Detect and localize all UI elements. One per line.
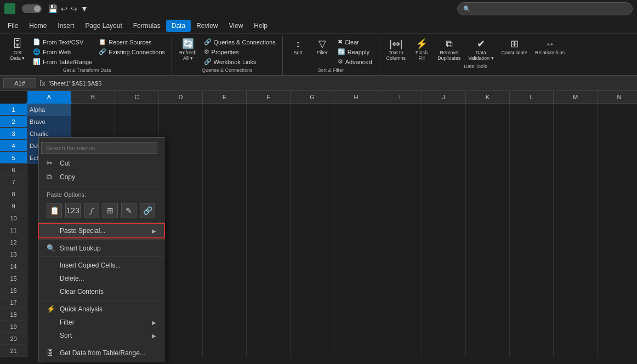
cell-6-5[interactable] [203,164,247,176]
cell-8-12[interactable] [510,188,554,200]
cell-18-7[interactable] [291,309,334,321]
cell-13-5[interactable] [203,248,247,260]
formula-input[interactable] [49,80,634,87]
cell-19-6[interactable] [247,321,291,333]
cell-17-12[interactable] [510,297,554,309]
cm-smart-lookup[interactable]: 🔍 Smart Lookup [39,241,164,255]
row-header-18[interactable]: 18 [0,309,27,320]
cell-16-9[interactable] [378,285,422,297]
cell-11-7[interactable] [291,224,334,236]
cell-12-13[interactable] [554,236,598,248]
cell-13-10[interactable] [422,248,466,260]
existing-connections-button[interactable]: 🔗 Existing Connections [96,47,167,56]
cell-2-12[interactable] [510,116,554,128]
cell-4-14[interactable] [598,140,637,152]
cell-13-12[interactable] [510,248,554,260]
cell-7-10[interactable] [422,176,466,188]
cell-7-4[interactable] [159,176,203,188]
cm-sort[interactable]: Sort ▶ [39,329,164,342]
cell-9-6[interactable] [247,200,291,212]
sort-button[interactable]: ↕ Sort [287,37,309,57]
cell-17-8[interactable] [334,297,378,309]
cell-16-8[interactable] [334,285,378,297]
cm-cut[interactable]: ✂ Cut [39,156,164,170]
cell-17-7[interactable] [291,297,334,309]
cell-9-4[interactable] [159,200,203,212]
cell-21-6[interactable] [247,345,291,357]
cell-12-8[interactable] [334,236,378,248]
refresh-all-button[interactable]: 🔄 RefreshAll ▾ [177,37,200,62]
cell-6-13[interactable] [554,164,598,176]
cm-clear-contents[interactable]: Clear Contents [39,285,164,298]
row-header-19[interactable]: 19 [0,321,27,332]
cell-21-7[interactable] [291,345,334,357]
cell-14-12[interactable] [510,260,554,272]
cell-20-7[interactable] [291,333,334,345]
cell-2-13[interactable] [554,116,598,128]
cell-7-8[interactable] [334,176,378,188]
cell-9-13[interactable] [554,200,598,212]
row-header-12[interactable]: 12 [0,236,27,248]
data-validation-button[interactable]: ✔ DataValidation ▾ [465,37,496,62]
cell-5-6[interactable] [247,152,291,164]
cell-19-4[interactable] [159,321,203,333]
cell-8-10[interactable] [422,188,466,200]
cell-7-5[interactable] [203,176,247,188]
row-header-13[interactable]: 13 [0,248,27,260]
col-header-a[interactable]: A [27,91,71,103]
cell-19-12[interactable] [510,321,554,333]
cell-18-5[interactable] [203,309,247,321]
cell-15-11[interactable] [466,272,510,285]
cell-1-14[interactable] [598,104,637,116]
row-header-9[interactable]: 9 [0,200,27,212]
cell-10-11[interactable] [466,212,510,224]
cell-12-6[interactable] [247,236,291,248]
menu-view[interactable]: View [224,20,249,32]
menu-page-layout[interactable]: Page Layout [79,20,127,32]
cell-3-13[interactable] [554,128,598,140]
cell-2-2[interactable] [71,116,115,128]
get-data-button[interactable]: 🗄 GetData ▾ [7,37,29,62]
cell-2-4[interactable] [159,116,203,128]
cm-paste-special[interactable]: Paste Special... ▶ [39,224,164,237]
cell-12-10[interactable] [422,236,466,248]
cell-14-6[interactable] [247,260,291,272]
from-table-button[interactable]: 📊 From Table/Range [31,57,94,66]
cell-5-8[interactable] [334,152,378,164]
cell-3-12[interactable] [510,128,554,140]
cell-10-5[interactable] [203,212,247,224]
cell-1-1[interactable]: Alpha [27,104,71,116]
workbook-links-button[interactable]: 🔗 Workbook Links [202,57,278,66]
cell-11-11[interactable] [466,224,510,236]
cell-7-7[interactable] [291,176,334,188]
cell-3-9[interactable] [378,128,422,140]
menu-review[interactable]: Review [191,20,223,32]
cell-8-9[interactable] [378,188,422,200]
cell-10-7[interactable] [291,212,334,224]
cell-11-13[interactable] [554,224,598,236]
col-header-j[interactable]: J [422,91,466,103]
from-web-button[interactable]: 🌐 From Web [31,47,94,56]
cell-20-6[interactable] [247,333,291,345]
cell-10-12[interactable] [510,212,554,224]
cell-15-9[interactable] [378,272,422,285]
cell-2-11[interactable] [466,116,510,128]
cell-19-8[interactable] [334,321,378,333]
cell-19-5[interactable] [203,321,247,333]
cell-19-10[interactable] [422,321,466,333]
cell-10-14[interactable] [598,212,637,224]
col-header-d[interactable]: D [159,91,203,103]
cell-11-14[interactable] [598,224,637,236]
cell-1-6[interactable] [247,104,291,116]
properties-button[interactable]: ⚙ Properties [202,47,278,56]
cell-3-14[interactable] [598,128,637,140]
context-menu-search[interactable] [41,142,157,154]
cell-8-11[interactable] [466,188,510,200]
cell-5-10[interactable] [422,152,466,164]
cell-4-6[interactable] [247,140,291,152]
paste-btn-1[interactable]: 📋 [47,203,62,218]
cell-1-3[interactable] [115,104,159,116]
cell-2-14[interactable] [598,116,637,128]
cell-8-8[interactable] [334,188,378,200]
cell-4-10[interactable] [422,140,466,152]
